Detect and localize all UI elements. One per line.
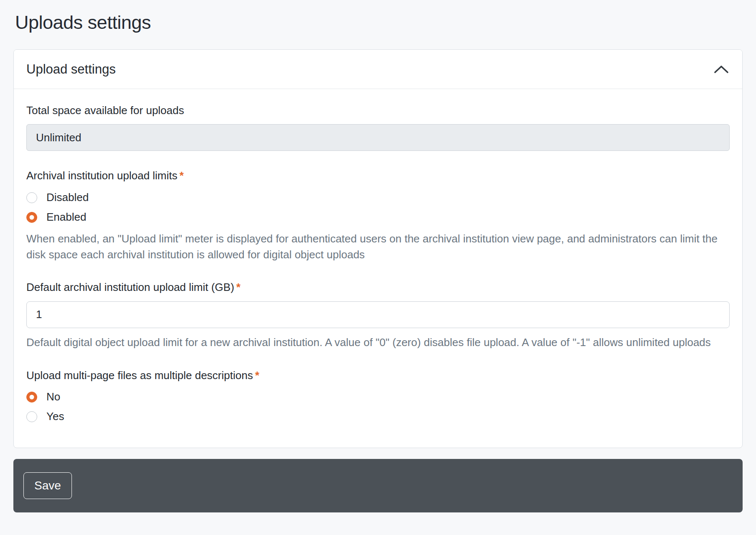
radio-button-icon[interactable] [26,192,37,203]
radio-option-yes[interactable]: Yes [26,409,730,425]
field-institution-limits: Archival institution upload limits* Disa… [26,169,730,262]
radio-option-enabled[interactable]: Enabled [26,209,730,225]
multipage-label: Upload multi-page files as multiple desc… [26,369,730,382]
institution-limits-label: Archival institution upload limits* [26,169,730,182]
radio-button-icon[interactable] [26,411,37,422]
chevron-up-icon[interactable] [713,64,730,75]
radio-option-label: Yes [46,410,64,423]
institution-limits-radio-group: Disabled Enabled [26,190,730,225]
default-limit-help-text: Default digital object upload limit for … [26,335,730,351]
multipage-radio-group: No Yes [26,389,730,425]
radio-option-no[interactable]: No [26,389,730,405]
radio-option-label: Enabled [46,211,86,224]
institution-limits-help-text: When enabled, an "Upload limit" meter is… [26,231,730,263]
default-limit-label: Default archival institution upload limi… [26,281,730,294]
total-space-input [26,124,730,151]
actions-bar: Save [13,459,743,512]
panel-body: Total space available for uploads Archiv… [14,89,742,448]
radio-button-icon[interactable] [26,212,37,223]
radio-option-label: Disabled [46,191,89,204]
field-default-limit: Default archival institution upload limi… [26,281,730,350]
radio-option-label: No [46,390,60,403]
upload-settings-panel: Upload settings Total space available fo… [13,49,743,448]
radio-option-disabled[interactable]: Disabled [26,190,730,206]
radio-button-icon[interactable] [26,392,37,403]
field-multipage: Upload multi-page files as multiple desc… [26,369,730,425]
page-title: Uploads settings [15,12,743,33]
panel-header-toggle[interactable]: Upload settings [14,50,742,89]
uploads-settings-page: Uploads settings Upload settings Total s… [0,12,756,512]
panel-title: Upload settings [26,61,116,77]
required-asterisk: * [255,369,259,382]
total-space-label: Total space available for uploads [26,104,730,117]
field-total-space: Total space available for uploads [26,104,730,151]
save-button[interactable]: Save [23,472,72,499]
required-asterisk: * [236,281,240,293]
default-limit-input[interactable] [26,301,730,328]
required-asterisk: * [179,169,184,182]
